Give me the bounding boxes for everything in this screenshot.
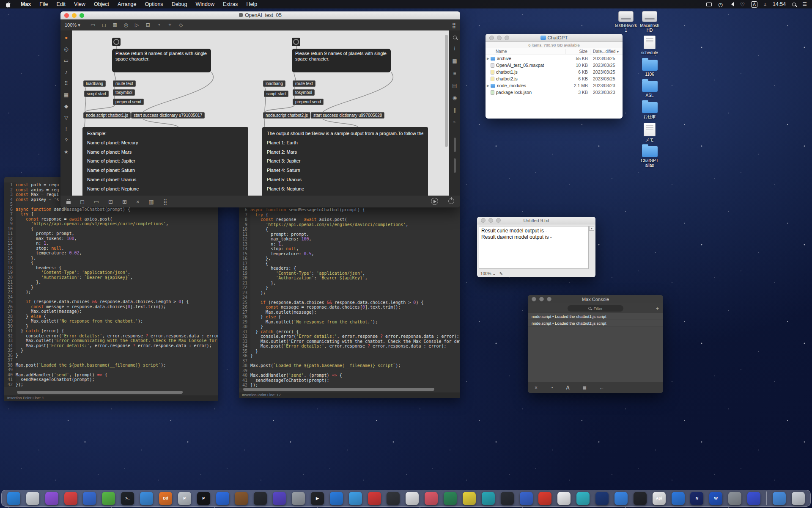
- dock-icon-app-5[interactable]: [83, 492, 96, 505]
- code-line[interactable]: 16 },: [239, 256, 460, 261]
- code-line[interactable]: 14 stop: null,: [239, 246, 460, 251]
- code-line[interactable]: 41 sendMessageToChatbot(prompt);: [239, 378, 460, 383]
- code-line[interactable]: 32 console.error('Error details:', error…: [239, 334, 460, 339]
- console-panel-icon[interactable]: ▭: [64, 58, 69, 64]
- dock-icon-app-6[interactable]: [102, 492, 115, 505]
- dock-icon-app-20[interactable]: [368, 492, 381, 505]
- object-dictionary-1[interactable]: start success dictionary u791005017: [131, 112, 205, 119]
- desktop-icon-asl[interactable]: ASL: [638, 79, 661, 98]
- code-line[interactable]: 24: [4, 295, 218, 300]
- fader-slider[interactable]: [454, 138, 456, 152]
- audio-status-icon[interactable]: ●: [65, 35, 68, 41]
- code-line[interactable]: 21 },: [239, 281, 460, 286]
- dock-icon-app-28[interactable]: [520, 492, 533, 505]
- dock-icon-app-35[interactable]: Api: [653, 492, 666, 505]
- go-to-icon[interactable]: ←: [599, 385, 604, 391]
- code-line[interactable]: 24: [239, 295, 460, 300]
- dock-icon-app-29[interactable]: [538, 492, 551, 505]
- midi-icon[interactable]: ♪: [65, 69, 68, 75]
- patcher-views-icon[interactable]: ⊡: [108, 199, 113, 205]
- code-line[interactable]: 37: [239, 359, 460, 364]
- code-line[interactable]: 11 prompt: prompt,: [239, 232, 460, 237]
- slider-object-icon[interactable]: ⊟: [144, 22, 152, 28]
- code-line[interactable]: 42});: [4, 382, 218, 387]
- dock-icon-app-21[interactable]: [387, 492, 400, 505]
- dock-icon-app-24[interactable]: [444, 492, 457, 505]
- menu-window[interactable]: Window: [191, 0, 218, 8]
- grid-snap-icon[interactable]: ⊞: [122, 199, 127, 205]
- code-line[interactable]: 7 try {: [4, 212, 218, 217]
- code-area[interactable]: 1const path = requ2const axios = req3con…: [4, 182, 218, 390]
- dock-icon-app-3[interactable]: [45, 492, 58, 505]
- dial-object-icon[interactable]: ◔: [155, 22, 163, 28]
- menu-max[interactable]: Max: [16, 0, 35, 8]
- code-line[interactable]: 22 }: [4, 285, 218, 290]
- menu-view[interactable]: View: [70, 0, 90, 8]
- notification-center-icon[interactable]: ☰: [802, 1, 807, 7]
- code-line[interactable]: 41 sendMessageToChatbot(prompt);: [4, 377, 218, 382]
- code-line[interactable]: 9 'https://api.openai.com/v1/engines/dav…: [239, 222, 460, 227]
- menu-help[interactable]: Help: [242, 0, 261, 8]
- dock-icon-app-18[interactable]: [330, 492, 343, 505]
- patcher-canvas[interactable]: Please return 9 names of planets with si…: [72, 30, 449, 196]
- zoom-level-dropdown[interactable]: 100% ▾: [65, 22, 80, 28]
- heart-icon[interactable]: ♡: [740, 1, 745, 8]
- object-tosymbol[interactable]: tosymbol: [113, 89, 135, 96]
- code-line[interactable]: 42});: [239, 383, 460, 388]
- menu-file[interactable]: File: [35, 0, 52, 8]
- dock-icon-app-32[interactable]: [595, 492, 609, 505]
- dock-icon-app-23[interactable]: [425, 492, 438, 505]
- info-icon[interactable]: i: [454, 46, 455, 52]
- code-line[interactable]: 40Max.addHandler('send', (prompt) => {: [4, 373, 218, 378]
- code-line[interactable]: 35 }: [239, 349, 460, 354]
- code-line[interactable]: 30 }: [4, 324, 218, 329]
- code-line[interactable]: 10 {: [4, 226, 218, 232]
- code-line[interactable]: 13 n: 1,: [239, 242, 460, 247]
- menu-debug[interactable]: Debug: [167, 0, 192, 8]
- dock-icon-app-10[interactable]: P: [178, 492, 191, 505]
- scroll-down-button[interactable]: ▼: [589, 226, 594, 231]
- signal-icon[interactable]: ≈: [453, 119, 456, 125]
- dock-icon-app-31[interactable]: [576, 492, 590, 505]
- code-line[interactable]: 15 temperature: 0.02,: [4, 251, 218, 256]
- desktop-icon-1106[interactable]: 1106: [638, 58, 661, 77]
- disclosure-triangle-icon[interactable]: ▶: [486, 57, 491, 61]
- code-line[interactable]: 28 } else {: [239, 315, 460, 320]
- code-line[interactable]: 34 Max.post('Error details:', error.resp…: [239, 344, 460, 349]
- code-area[interactable]: 6async function sendMessageToChatbot(pro…: [239, 207, 460, 388]
- console-log-row[interactable]: node.script • Loaded the chatbot2.js scr…: [528, 320, 663, 327]
- apple-menu-icon[interactable]: [0, 1, 16, 8]
- code-line[interactable]: 31 } catch (error) {: [239, 329, 460, 334]
- dock-icon-app-9[interactable]: Bd: [159, 492, 172, 505]
- dock-icon-word[interactable]: W: [709, 492, 722, 505]
- select-icon[interactable]: ◻: [80, 199, 85, 205]
- code-line[interactable]: 16 },: [4, 256, 218, 261]
- dock-icon-app-39[interactable]: [728, 492, 741, 505]
- desktop-icon-schedule[interactable]: schedule: [638, 36, 661, 55]
- code-line[interactable]: 23 );: [4, 290, 218, 295]
- code-line[interactable]: 6async function sendMessageToChatbot(pro…: [4, 207, 218, 212]
- sound-icon[interactable]: ±: [764, 2, 766, 7]
- dock-icon-app-33[interactable]: [614, 492, 628, 505]
- menu-options[interactable]: Options: [141, 0, 167, 8]
- code-line[interactable]: 25 if (response.data.choices && response…: [4, 299, 218, 304]
- console-log-row[interactable]: node.script • Loaded the chatbot1.js scr…: [528, 313, 663, 320]
- matrix-grid-icon[interactable]: ⣿: [163, 199, 167, 205]
- input-source-icon[interactable]: A: [751, 1, 757, 8]
- text-content[interactable]: Result curie model output is - Result da…: [479, 226, 589, 269]
- menu-extras[interactable]: Extras: [219, 0, 242, 8]
- code-line[interactable]: 38Max.post(`Loaded the ${path.basename(_…: [239, 363, 460, 368]
- code-line[interactable]: 20 'Authorization': `Bearer ${apiKey}`,: [239, 276, 460, 281]
- code-line[interactable]: 17 {: [4, 260, 218, 265]
- object-node-script-2[interactable]: node.script chatbot2.js: [263, 112, 310, 119]
- code-line[interactable]: 36}: [4, 353, 218, 358]
- dock-icon-app-15[interactable]: [273, 492, 286, 505]
- bang-button[interactable]: [292, 38, 300, 46]
- code-line[interactable]: 28 } else {: [4, 314, 218, 319]
- menu-arrange[interactable]: Arrange: [113, 0, 140, 8]
- object-prepend-send[interactable]: prepend send: [293, 99, 324, 105]
- help-icon[interactable]: ?: [65, 138, 68, 144]
- code-line[interactable]: 35 }: [4, 348, 218, 353]
- media-icon[interactable]: ▦: [64, 92, 69, 98]
- comment-box-output[interactable]: The output should be:Below is a sample o…: [262, 127, 428, 196]
